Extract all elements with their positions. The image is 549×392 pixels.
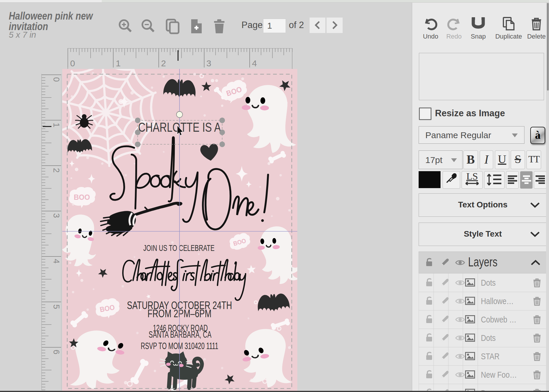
svg-text:1: 1 [52,123,61,127]
svg-text:6: 6 [52,350,61,354]
svg-text:3: 3 [206,58,211,68]
svg-text:0: 0 [52,77,61,82]
svg-text:BOO: BOO [74,193,90,201]
svg-text:1: 1 [116,58,121,68]
svg-text:2: 2 [161,58,166,68]
svg-text:0: 0 [70,58,75,68]
svg-text:3: 3 [52,213,61,218]
svg-text:4: 4 [52,259,61,263]
svg-text:4: 4 [252,58,257,68]
svg-text:SANTA BARBARA, CA: SANTA BARBARA, CA [149,329,212,340]
svg-text:JOIN US TO CELEBRATE: JOIN US TO CELEBRATE [143,243,215,253]
svg-text:2: 2 [52,168,61,173]
svg-text:5: 5 [52,304,61,309]
